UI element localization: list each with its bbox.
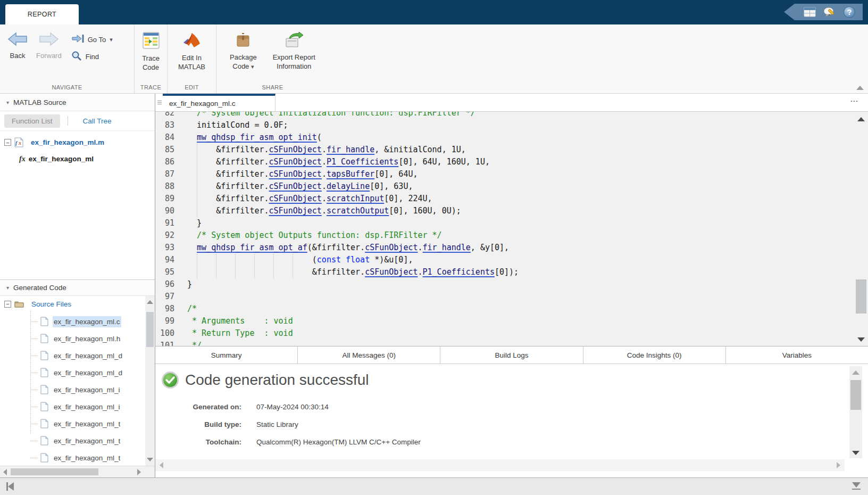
trace-code-button[interactable]: TraceCode (138, 30, 164, 72)
matlab-source-header[interactable]: ▾ MATLAB Source (0, 94, 155, 111)
matlab-source-collapse-icon[interactable]: ▾ (6, 100, 9, 105)
bottom-tab-code-insights[interactable]: Code Insights (0) (583, 346, 725, 364)
tree-connector (30, 458, 38, 458)
scrollbar-thumb[interactable] (850, 380, 861, 410)
tab-function-list[interactable]: Function List (4, 114, 60, 128)
line-number: 97 (155, 291, 180, 303)
bottom-tab-all-messages[interactable]: All Messages (0) (297, 346, 440, 364)
summary-vertical-scrollbar[interactable] (849, 366, 862, 458)
collapse-bottom-panel-icon[interactable] (852, 482, 861, 490)
scroll-up-icon[interactable] (857, 117, 865, 121)
trace-link[interactable]: P1_Coefficients (423, 267, 495, 277)
trace-link[interactable]: cSFunObject (269, 182, 322, 191)
layout-grid-icon[interactable] (803, 6, 816, 18)
trace-link[interactable]: fir_handle (423, 243, 471, 252)
trace-link[interactable]: scratchOutput (327, 206, 389, 216)
scroll-left-icon[interactable] (3, 469, 7, 475)
file-item[interactable]: ex_fir_hexagon_ml.h (0, 330, 155, 347)
file-item[interactable]: ex_fir_hexagon_ml_i (0, 381, 155, 398)
export-report-button[interactable]: Export ReportInformation (269, 30, 320, 71)
file-label: ex_fir_hexagon_ml_i (53, 401, 121, 412)
trace-link[interactable]: cSFunObject (365, 267, 418, 277)
scroll-up-icon[interactable] (147, 300, 153, 304)
collapse-box-icon[interactable]: − (4, 301, 11, 308)
file-item[interactable]: ex_fir_hexagon_ml_d (0, 364, 155, 381)
trace-link[interactable]: cSFunObject (269, 145, 322, 154)
scrollbar-thumb[interactable] (11, 468, 98, 475)
line-number: 85 (155, 144, 180, 156)
collapse-sidebar-icon[interactable] (6, 482, 14, 491)
collapse-box-icon[interactable]: − (4, 139, 11, 146)
tab-report[interactable]: REPORT (5, 4, 79, 24)
trace-link[interactable]: cSFunObject (269, 157, 322, 167)
sidebar-vertical-scrollbar[interactable] (145, 296, 155, 466)
trace-link[interactable]: scratchInput (327, 194, 384, 203)
edit-in-matlab-label-1: Edit In (182, 54, 202, 62)
scrollbar-thumb[interactable] (856, 279, 866, 314)
code-line: 100 * Return Type : void (155, 327, 868, 340)
goto-button[interactable]: Go To ▾ (71, 31, 113, 48)
generated-code-header[interactable]: ▾ Generated Code (0, 279, 155, 296)
scroll-up-icon[interactable] (852, 370, 859, 375)
bottom-tab-summary[interactable]: Summary (155, 346, 297, 364)
summary-panel: Code generation successful Generated on:… (155, 364, 868, 477)
scroll-right-icon[interactable] (837, 462, 840, 468)
trace-link[interactable]: cSFunObject (365, 243, 418, 252)
bottom-tab-variables[interactable]: Variables (725, 346, 868, 364)
back-button[interactable]: Back (3, 30, 32, 60)
scrollbar-thumb[interactable] (146, 312, 154, 347)
summary-horizontal-scrollbar[interactable] (155, 459, 845, 471)
file-icon (40, 368, 48, 377)
file-icon (40, 385, 48, 394)
file-item[interactable]: ex_fir_hexagon_ml_t (0, 432, 155, 449)
forward-button[interactable]: Forward (32, 30, 66, 60)
subtab-divider (68, 116, 68, 126)
file-item[interactable]: ex_fir_hexagon_ml_i (0, 398, 155, 415)
help-icon[interactable]: ? (844, 6, 855, 18)
tree-node-mfile[interactable]: − fx ex_fir_hexagon_ml.m (0, 134, 155, 151)
scroll-down-icon[interactable] (857, 337, 865, 342)
file-item[interactable]: ex_fir_hexagon_ml.c (0, 313, 155, 330)
trace-link[interactable]: mw_qhdsp_fir_asm_opt_init (197, 133, 317, 142)
line-number: 82 (155, 112, 180, 119)
trace-link[interactable]: delayLine (327, 182, 370, 191)
file-item[interactable]: ex_fir_hexagon_ml_d (0, 347, 155, 364)
package-code-button[interactable]: PackageCode ▾ (226, 30, 261, 71)
generated-code-collapse-icon[interactable]: ▾ (6, 285, 9, 291)
bottom-tab-build-logs[interactable]: Build Logs (440, 346, 582, 364)
file-label: ex_fir_hexagon_ml_t (53, 452, 121, 464)
editor-tab-active[interactable]: ex_fir_hexagon_ml.c (163, 94, 276, 111)
indent-guide (216, 254, 216, 278)
overflow-menu-icon[interactable]: ⋮ (853, 97, 856, 105)
file-item[interactable]: ex_fir_hexagon_ml_t (0, 449, 155, 466)
folder-icon (14, 300, 24, 308)
code-vertical-scrollbar[interactable] (855, 112, 867, 346)
trace-link[interactable]: cSFunObject (269, 169, 322, 179)
collapse-toolstrip-icon[interactable] (856, 86, 864, 90)
scroll-right-icon[interactable] (137, 469, 141, 475)
trace-link[interactable]: P1_Coefficients (327, 157, 398, 167)
toolstrip-group-trace: TraceCode TRACE (134, 24, 167, 93)
edit-in-matlab-button[interactable]: Edit InMATLAB (174, 30, 210, 71)
file-label: ex_fir_hexagon_ml_d (53, 350, 123, 361)
sidebar-horizontal-scrollbar[interactable] (0, 466, 155, 477)
trace-link[interactable]: mw_qhdsp_fir_asm_opt_af (197, 243, 307, 252)
splitter-handle-icon[interactable] (155, 94, 163, 111)
line-number: 95 (155, 266, 180, 278)
trace-link[interactable]: tapsBuffer (327, 169, 374, 179)
tree-node-function[interactable]: fx ex_fir_hexagon_ml (0, 151, 155, 167)
tab-call-tree[interactable]: Call Tree (76, 114, 119, 128)
trace-link[interactable]: cSFunObject (269, 194, 322, 203)
scroll-down-icon[interactable] (852, 451, 859, 455)
scroll-down-icon[interactable] (147, 458, 153, 461)
scroll-left-icon[interactable] (160, 462, 163, 468)
find-button[interactable]: Find (71, 48, 113, 65)
feedback-icon[interactable] (823, 6, 836, 18)
file-item[interactable]: ex_fir_hexagon_ml_t (0, 415, 155, 432)
indent-guide (197, 254, 197, 278)
trace-link[interactable]: cSFunObject (269, 206, 322, 216)
trace-link[interactable]: fir_handle (327, 145, 374, 154)
code-view[interactable]: 82 /* System object Initialization funct… (155, 112, 868, 346)
file-icon (40, 334, 48, 343)
tree-node-source-files[interactable]: − Source Files (0, 296, 155, 312)
